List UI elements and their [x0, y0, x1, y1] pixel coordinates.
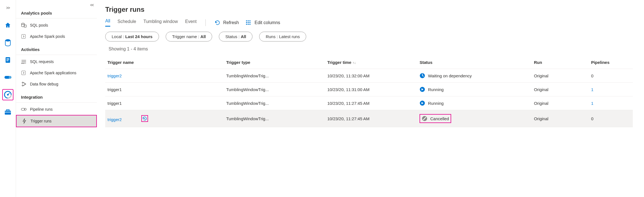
col-run[interactable]: Run: [532, 56, 589, 69]
section-header-activities: Activities: [16, 42, 97, 55]
svg-point-14: [22, 23, 24, 25]
trigger-link[interactable]: trigger2: [107, 117, 122, 122]
collapse-sidebar-button[interactable]: <<: [90, 3, 93, 7]
status-cell: Running: [420, 100, 529, 106]
filter-status[interactable]: Status : All: [219, 32, 252, 41]
sidebar-item-label: Trigger runs: [31, 119, 51, 123]
sidebar-item-label: SQL pools: [30, 23, 48, 27]
sidebar-item-label: Pipeline runs: [30, 107, 53, 112]
sidebar: << Analytics pools SQL pools Apache Spar…: [16, 0, 97, 197]
pipeline-runs-icon: [21, 106, 27, 112]
nav-data[interactable]: [2, 37, 13, 48]
svg-rect-27: [246, 20, 247, 21]
col-pipelines[interactable]: Pipelines: [589, 56, 633, 69]
nav-manage[interactable]: [2, 106, 13, 118]
sidebar-item-spark-pools[interactable]: Apache Spark pools: [16, 31, 97, 42]
filter-runs[interactable]: Runs : Latest runs: [259, 32, 306, 41]
svg-rect-35: [249, 24, 250, 25]
dataflow-debug-icon: [21, 81, 27, 87]
svg-rect-31: [248, 22, 249, 23]
nav-home[interactable]: [2, 20, 13, 31]
filter-time-range[interactable]: Local : Last 24 hours: [105, 32, 159, 41]
status-cell: Running: [420, 87, 529, 92]
svg-text:SQL: SQL: [21, 62, 25, 64]
svg-rect-28: [248, 20, 249, 21]
nav-integrate[interactable]: [2, 54, 13, 66]
edit-columns-label: Edit columns: [254, 20, 280, 25]
svg-point-26: [24, 108, 26, 110]
section-header-integration: Integration: [16, 90, 97, 103]
database-icon: [5, 39, 11, 46]
rerun-icon[interactable]: [141, 115, 148, 122]
svg-rect-11: [5, 111, 11, 115]
svg-point-6: [9, 76, 11, 79]
divider: [205, 19, 206, 26]
trigger-link[interactable]: trigger2: [107, 73, 122, 78]
svg-rect-16: [22, 34, 25, 38]
trigger-runs-table: Trigger name Trigger type Trigger time↑↓…: [105, 56, 633, 127]
tab-tumbling-window[interactable]: Tumbling window: [144, 19, 178, 26]
showing-count: Showing 1 - 4 items: [109, 47, 633, 52]
col-status[interactable]: Status: [417, 56, 531, 69]
svg-rect-21: [22, 71, 25, 75]
table-row[interactable]: trigger2 TumblingWindowTrig... 10/23/20,…: [105, 69, 633, 83]
gauge-icon: [4, 91, 12, 99]
svg-rect-29: [249, 20, 250, 21]
toolbox-icon: [4, 109, 11, 115]
pipeline-icon: [4, 74, 12, 80]
svg-rect-33: [246, 24, 247, 25]
status-cell: Waiting on dependency: [420, 73, 529, 78]
tab-all[interactable]: All: [105, 18, 110, 27]
tab-schedule[interactable]: Schedule: [118, 19, 136, 26]
filter-row: Local : Last 24 hours Trigger name : All…: [105, 32, 633, 41]
spark-apps-icon: [21, 70, 27, 76]
chevron-right-icon: >>: [6, 6, 10, 10]
edit-columns-button[interactable]: Edit columns: [246, 20, 280, 25]
svg-rect-12: [6, 110, 9, 111]
nav-monitor[interactable]: [2, 89, 13, 100]
sidebar-item-pipeline-runs[interactable]: Pipeline runs: [16, 104, 97, 115]
nav-develop[interactable]: [2, 72, 13, 83]
sidebar-item-sql-requests[interactable]: SQL SQL requests: [16, 56, 97, 67]
refresh-button[interactable]: Refresh: [215, 20, 239, 26]
sidebar-item-sql-pools[interactable]: SQL pools: [16, 20, 97, 31]
trigger-runs-icon: [22, 118, 27, 124]
sidebar-item-label: Apache Spark pools: [30, 34, 65, 39]
sql-requests-icon: SQL: [21, 59, 27, 64]
svg-rect-30: [246, 22, 247, 23]
svg-rect-2: [6, 58, 9, 59]
svg-point-22: [22, 82, 23, 83]
expand-rail-button[interactable]: >>: [2, 2, 13, 13]
svg-rect-3: [6, 59, 9, 60]
sidebar-item-label: Data flow debug: [30, 82, 58, 86]
svg-point-23: [22, 85, 23, 86]
svg-rect-4: [6, 61, 8, 61]
main-content: Trigger runs All Schedule Tumbling windo…: [97, 0, 644, 197]
sidebar-item-dataflow-debug[interactable]: Data flow debug: [16, 78, 97, 90]
col-trigger-type[interactable]: Trigger type: [224, 56, 325, 69]
table-row[interactable]: trigger1 TumblingWindowTrig... 10/23/20,…: [105, 96, 633, 110]
col-trigger-name[interactable]: Trigger name: [105, 56, 224, 69]
tab-event[interactable]: Event: [185, 19, 197, 26]
tabbar: All Schedule Tumbling window Event Refre…: [105, 18, 633, 27]
table-header-row: Trigger name Trigger type Trigger time↑↓…: [105, 56, 633, 69]
page-title: Trigger runs: [105, 6, 633, 13]
pipelines-link[interactable]: 1: [591, 87, 593, 92]
table-row[interactable]: trigger1 TumblingWindowTrig... 10/23/20,…: [105, 83, 633, 96]
refresh-icon: [215, 20, 220, 26]
table-row[interactable]: trigger2 TumblingWindowTrig... 10/23/20,…: [105, 110, 633, 127]
filter-trigger-name[interactable]: Trigger name : All: [166, 32, 212, 41]
home-icon: [4, 22, 11, 29]
document-icon: [5, 57, 11, 63]
sql-pool-icon: [21, 22, 27, 28]
sidebar-item-trigger-runs[interactable]: Trigger runs: [16, 115, 97, 127]
sidebar-item-label: SQL requests: [30, 59, 54, 64]
refresh-label: Refresh: [223, 20, 239, 25]
icon-rail: >>: [0, 0, 16, 197]
status-cell: Cancelled: [420, 114, 451, 123]
svg-point-0: [5, 39, 10, 41]
col-trigger-time[interactable]: Trigger time↑↓: [325, 56, 417, 69]
pipelines-link[interactable]: 1: [591, 101, 593, 106]
sort-icon: ↑↓: [352, 61, 356, 65]
sidebar-item-spark-apps[interactable]: Apache Spark applications: [16, 67, 97, 78]
